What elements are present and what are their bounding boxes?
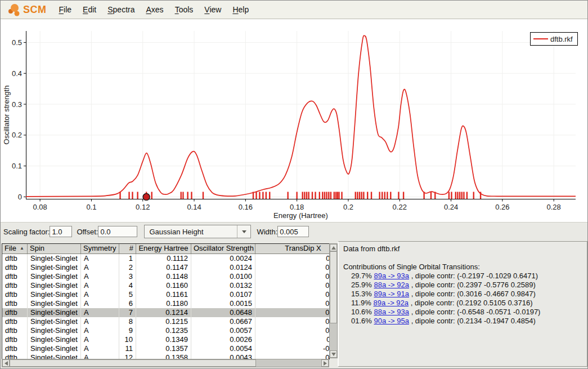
orbital-transition-link[interactable]: 89a -> 91a — [374, 290, 409, 298]
arrow-down-icon — [331, 353, 336, 356]
table-row[interactable]: dftbSinglet-SingletA30.11480.01000.2873 — [2, 272, 329, 281]
column-header-symmetry[interactable]: Symmetry — [81, 244, 119, 254]
table-row[interactable]: dftbSinglet-SingletA110.13570.0054-0.122… — [2, 344, 329, 353]
contribution-line: 15.3% 89a -> 91a , dipole contr: (0.3016… — [343, 290, 582, 299]
table-cell: dftb — [2, 335, 28, 344]
dipole-contribution: , dipole contr: (0.3016 -0.4667 0.9847) — [409, 290, 536, 298]
table-cell: 0.0054 — [191, 344, 255, 353]
table-row[interactable]: dftbSinglet-SingletA60.11800.00150.0995 — [2, 299, 329, 308]
offset-input[interactable] — [98, 226, 137, 237]
table-cell: 9 — [119, 326, 136, 335]
contribution-line: 01.6% 90a -> 95a , dipole contr: (0.2134… — [343, 317, 582, 326]
column-header-oscillator-strength[interactable]: Oscillator Strength — [191, 244, 255, 254]
table-cell: 0.0124 — [191, 263, 255, 272]
table-cell: Singlet-Singlet — [28, 263, 81, 272]
column-header-spin[interactable]: Spin — [28, 244, 81, 254]
table-cell: 0.5820 — [255, 317, 330, 326]
menu-view[interactable]: View — [199, 5, 227, 14]
y-axis-label: Oscillator strength — [2, 86, 11, 145]
table-row[interactable]: dftbSinglet-SingletA40.11600.01320.2953 — [2, 281, 329, 290]
width-label: Width: — [257, 228, 277, 236]
spectrum-chart[interactable]: 0.080.10.120.140.160.180.20.220.240.260.… — [1, 19, 587, 222]
scroll-up-button[interactable] — [330, 244, 337, 251]
column-header-file[interactable]: File▲ — [2, 244, 28, 254]
svg-text:0.3: 0.3 — [12, 100, 22, 109]
table-row[interactable]: dftbSinglet-SingletA80.12150.06670.5820 — [2, 317, 329, 326]
excitations-table: File▲SpinSymmetry#Energy HartreeOscillat… — [2, 243, 330, 359]
table-cell: 0.1383 — [255, 290, 330, 299]
table-header-row: File▲SpinSymmetry#Energy HartreeOscillat… — [2, 244, 329, 254]
bottom-pane: File▲SpinSymmetry#Energy HartreeOscillat… — [1, 241, 587, 368]
sort-ascending-icon: ▲ — [20, 246, 24, 251]
table-cell: 0.1825 — [255, 326, 330, 335]
scaling-factor-input[interactable] — [50, 226, 72, 237]
spectrum-chart-pane: 0.080.10.120.140.160.180.20.220.240.260.… — [1, 19, 587, 222]
table-vertical-scrollbar[interactable] — [329, 243, 338, 358]
table-cell: Singlet-Singlet — [28, 290, 81, 299]
orbital-transition-link[interactable]: 89a -> 93a — [374, 272, 409, 280]
menu-help[interactable]: Help — [227, 5, 254, 14]
column-header-transdip-x[interactable]: TransDip X — [255, 244, 330, 254]
table-cell: 0.0057 — [191, 326, 255, 335]
svg-text:0.24: 0.24 — [444, 203, 458, 211]
scroll-left-button[interactable] — [2, 359, 10, 367]
svg-text:0.12: 0.12 — [136, 203, 150, 211]
table-cell: 0.1112 — [136, 254, 191, 263]
menu-file[interactable]: File — [53, 5, 78, 14]
svg-text:0.22: 0.22 — [393, 203, 407, 211]
table-cell: dftb — [2, 344, 28, 353]
table-row[interactable]: dftbSinglet-SingletA100.13490.00260.1119 — [2, 335, 329, 344]
table-cell: 0.1357 — [136, 344, 191, 353]
table-row[interactable]: dftbSinglet-SingletA10.11120.00240.1143 — [2, 254, 329, 263]
horizontal-scroll-thumb[interactable] — [10, 359, 256, 367]
table-cell: dftb — [2, 281, 28, 290]
table-cell: 0.1160 — [136, 281, 191, 290]
contribution-percent: 10.6% — [351, 308, 374, 316]
svg-text:0.1: 0.1 — [86, 203, 96, 211]
menu-spectra[interactable]: Spectra — [102, 5, 140, 14]
table-cell: 0.0667 — [191, 317, 255, 326]
orbital-transition-link[interactable]: 90a -> 95a — [374, 317, 409, 325]
column-header-energy-hartree[interactable]: Energy Hartree — [136, 244, 191, 254]
menu-edit[interactable]: Edit — [77, 5, 102, 14]
table-cell: dftb — [2, 299, 28, 308]
table-cell: 0.0132 — [191, 281, 255, 290]
table-cell: 0.1214 — [136, 308, 191, 317]
table-cell: 0.3960 — [255, 308, 330, 317]
orbital-transition-link[interactable]: 88a -> 93a — [374, 308, 409, 316]
table-cell: Singlet-Singlet — [28, 299, 81, 308]
contribution-percent: 15.3% — [351, 290, 374, 298]
svg-text:0.26: 0.26 — [495, 203, 509, 211]
scm-logo-text: SCM — [23, 4, 47, 16]
contribution-line: 25.9% 88a -> 92a , dipole contr: (0.2397… — [343, 281, 582, 290]
legend-label: dftb.rkf — [550, 35, 573, 43]
table-row[interactable]: dftbSinglet-SingletA90.12350.00570.1825 — [2, 326, 329, 335]
table-cell: 0.1119 — [255, 335, 330, 344]
combobox-dropdown-button[interactable] — [237, 225, 250, 238]
table-cell: 0.1143 — [255, 254, 330, 263]
svg-text:0.14: 0.14 — [187, 203, 201, 211]
menu-tools[interactable]: Tools — [169, 5, 199, 14]
table-cell: dftb — [2, 254, 28, 263]
selected-transition-marker — [143, 193, 150, 200]
broadening-method-combobox[interactable]: Gaussian Height — [144, 225, 251, 238]
table-cell: dftb — [2, 272, 28, 281]
table-row[interactable]: dftbSinglet-SingletA50.11610.01070.1383 — [2, 290, 329, 299]
width-input[interactable] — [277, 226, 309, 237]
table-row[interactable]: dftbSinglet-SingletA20.11470.01240.0266 — [2, 263, 329, 272]
table-cell: A — [81, 335, 119, 344]
column-header--[interactable]: # — [119, 244, 136, 254]
orbital-transition-link[interactable]: 88a -> 92a — [374, 281, 409, 289]
table-cell: 0.1235 — [136, 326, 191, 335]
table-row[interactable]: dftbSinglet-SingletA70.12140.06480.3960 — [2, 308, 329, 317]
scroll-right-button[interactable] — [321, 359, 329, 367]
vertical-scroll-thumb[interactable] — [330, 251, 337, 323]
table-cell: dftb — [2, 326, 28, 335]
orbital-transition-link[interactable]: 89a -> 92a — [374, 299, 409, 307]
table-cell: 0.0107 — [191, 290, 255, 299]
scroll-down-button[interactable] — [330, 350, 337, 358]
table-cell: 0.0995 — [255, 299, 330, 308]
table-cell: Singlet-Singlet — [28, 317, 81, 326]
table-horizontal-scrollbar[interactable] — [2, 359, 329, 367]
menu-axes[interactable]: Axes — [140, 5, 169, 14]
